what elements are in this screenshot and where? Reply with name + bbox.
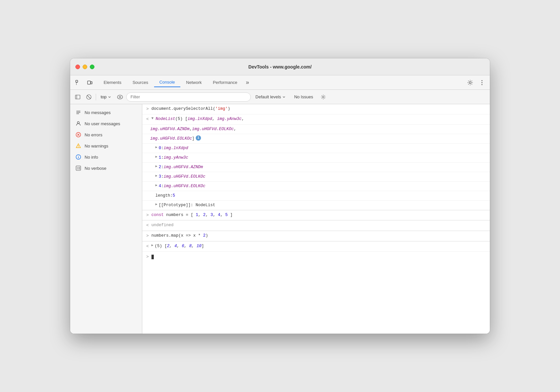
nodelist-item-1: ▶ 1: img.yAnw3c (142, 153, 490, 163)
output-prompt-1: < (146, 116, 149, 123)
sidebar-item-info[interactable]: No info (70, 151, 142, 163)
tab-performance[interactable]: Performance (208, 78, 242, 87)
cursor (151, 255, 154, 259)
tab-console[interactable]: Console (154, 78, 180, 87)
tab-bar: Elements Sources Console Network Perform… (70, 75, 490, 90)
expand-0[interactable]: ▶ (155, 145, 157, 150)
expand-1[interactable]: ▶ (155, 154, 157, 160)
svg-point-19 (77, 122, 79, 124)
cursor-prompt: > (146, 254, 149, 259)
console-sidebar: No messages No user messages (70, 104, 142, 334)
console-code-1: document.querySelectorAll('img') (151, 106, 230, 112)
index-2: 2 (159, 164, 161, 170)
input-prompt-3: > (146, 232, 149, 240)
svg-line-12 (87, 95, 90, 99)
svg-rect-0 (76, 80, 78, 82)
sidebar-item-user-messages[interactable]: No user messages (70, 118, 142, 129)
context-selector[interactable]: top (98, 93, 114, 101)
value-2: img.uHGFVd.AZNDm (164, 164, 203, 170)
nodelist-text: NodeList(5) [img.lnXdpd, img.yAnw3c, (155, 116, 244, 122)
inspect-element-icon[interactable] (73, 77, 83, 88)
expand-4[interactable]: ▶ (155, 183, 157, 188)
svg-point-8 (482, 84, 483, 85)
context-label: top (101, 94, 107, 99)
title-bar: DevTools - www.google.com/ (70, 58, 490, 75)
svg-point-31 (77, 169, 78, 169)
log-levels-button[interactable]: Default levels (252, 93, 289, 101)
svg-point-6 (482, 80, 483, 81)
array-expand[interactable]: ▶ (151, 243, 153, 248)
input-prompt-1: > (146, 106, 149, 113)
svg-point-15 (322, 96, 324, 98)
value-0: img.lnXdpd (164, 145, 188, 151)
customize-devtools-icon[interactable] (477, 77, 487, 88)
nodelist-item-3: ▶ 3: img.uHGFVd.EOLKOc (142, 172, 490, 182)
nodelist-item-4: ▶ 4: img.uHGFVd.EOLKOc (142, 182, 490, 191)
sidebar-item-messages[interactable]: No messages (70, 107, 142, 118)
console-settings-button[interactable] (318, 92, 328, 102)
sidebar-item-verbose[interactable]: No verbose (70, 163, 142, 174)
nodelist-expand-icon[interactable]: ▼ (151, 116, 154, 122)
prototype-text: [[Prototype]]: NodeList (159, 202, 215, 208)
sidebar-item-warnings[interactable]: No warnings (70, 140, 142, 151)
console-output-array: < ▶ (5) [2, 4, 6, 8, 10] (142, 242, 490, 252)
expand-3[interactable]: ▶ (155, 173, 157, 179)
console-cursor-line[interactable]: > (142, 252, 490, 262)
filter-input[interactable] (126, 92, 251, 102)
main-content: No messages No user messages (70, 104, 490, 334)
tab-bar-right-icons (465, 77, 487, 88)
tab-bar-icons (73, 77, 95, 88)
minimize-button[interactable] (83, 65, 87, 69)
sidebar-messages-label: No messages (85, 110, 110, 115)
console-input-2: > const numbers = [ 1, 2, 3, 4, 5 ] (142, 210, 490, 221)
console-output-nodelist-header: < ▼ NodeList(5) [img.lnXdpd, img.yAnw3c, (142, 114, 490, 125)
prototype-expand[interactable]: ▶ (155, 202, 157, 207)
tab-elements[interactable]: Elements (98, 78, 127, 87)
console-output-panel[interactable]: > document.querySelectorAll('img') < ▼ N… (142, 104, 490, 334)
sidebar-toggle-button[interactable] (73, 92, 83, 102)
svg-rect-9 (75, 95, 80, 99)
index-3: 3 (159, 173, 161, 180)
traffic-lights (75, 65, 94, 69)
svg-point-24 (78, 147, 79, 147)
svg-rect-4 (91, 82, 92, 84)
settings-icon[interactable] (465, 77, 475, 88)
device-toolbar-icon[interactable] (85, 77, 95, 88)
console-toolbar: top Default levels No Issues (70, 90, 490, 104)
error-icon (75, 132, 81, 138)
svg-point-14 (119, 96, 121, 98)
console-output-undefined: < undefined (142, 221, 490, 231)
maximize-button[interactable] (90, 65, 94, 69)
nodelist-prototype: ▶ [[Prototype]]: NodeList (142, 201, 490, 210)
console-input-1: > document.querySelectorAll('img') (142, 104, 490, 114)
undefined-text: undefined (151, 222, 174, 228)
nodelist-link-3: img.uHGFVd.EOLKOc (150, 135, 192, 142)
length-value: 5 (173, 192, 175, 199)
nodelist-item-2: ▶ 2: img.uHGFVd.AZNDm (142, 163, 490, 172)
nodelist-length: length: 5 (142, 191, 490, 201)
sidebar-errors-label: No errors (85, 132, 102, 137)
nodelist-item-0: ▶ 0: img.lnXdpd (142, 144, 490, 153)
toolbar-divider-1 (96, 94, 96, 100)
console-input-3: > numbers.map(x => x * 2) (142, 231, 490, 241)
clear-console-button[interactable] (84, 92, 94, 102)
tab-sources[interactable]: Sources (127, 78, 153, 87)
console-code-3: numbers.map(x => x * 2) (151, 232, 208, 239)
sidebar-item-errors[interactable]: No errors (70, 129, 142, 140)
expand-2[interactable]: ▶ (155, 164, 157, 169)
close-button[interactable] (75, 65, 80, 69)
verbose-icon (75, 165, 81, 171)
console-code-2: const numbers = [ 1, 2, 3, 4, 5 ] (151, 212, 233, 218)
svg-point-26 (78, 156, 79, 156)
output-prompt-2: < (146, 222, 149, 229)
sidebar-info-label: No info (85, 155, 98, 160)
tab-network[interactable]: Network (181, 78, 207, 87)
live-expressions-button[interactable] (115, 92, 125, 102)
more-tabs-button[interactable]: » (243, 78, 252, 87)
nodelist-link-2: img.uHGFVd.AZNDm (150, 126, 190, 132)
output-prompt-3: < (146, 243, 149, 250)
info-badge: i (196, 135, 201, 141)
value-4: img.uHGFVd.EOLKOc (164, 183, 206, 189)
info-icon (75, 154, 81, 160)
sidebar-verbose-label: No verbose (85, 166, 106, 171)
